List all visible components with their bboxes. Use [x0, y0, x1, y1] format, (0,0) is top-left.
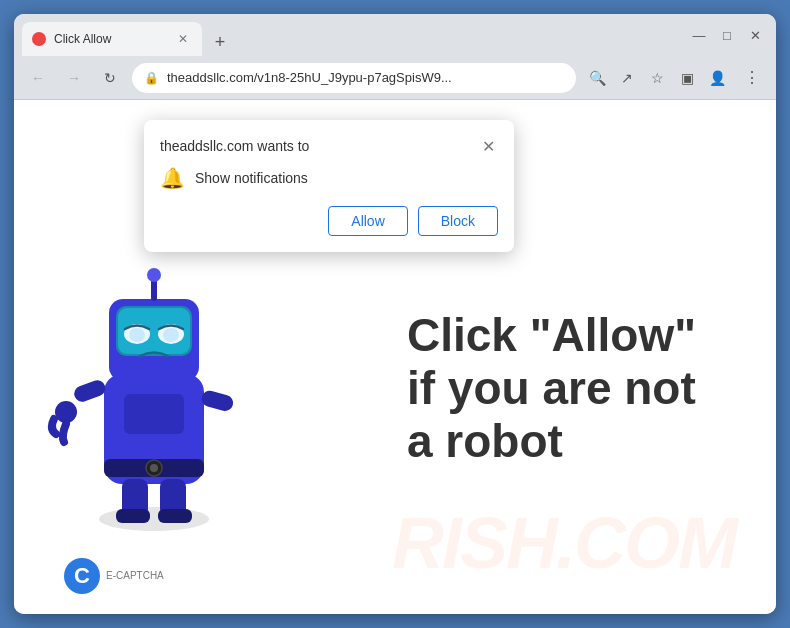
svg-rect-21 [158, 509, 192, 523]
main-text-line3: a robot [407, 415, 696, 468]
popup-notification-label: Show notifications [195, 170, 308, 186]
ecaptcha-logo: C [64, 558, 100, 594]
svg-point-4 [150, 464, 158, 472]
minimize-button[interactable]: — [686, 22, 712, 48]
block-button[interactable]: Block [418, 206, 498, 236]
lock-icon: 🔒 [144, 71, 159, 85]
popup-header: theaddsllc.com wants to ✕ [160, 136, 498, 156]
url-text: theaddsllc.com/v1n8-25hU_J9ypu-p7agSpisW… [167, 70, 564, 85]
svg-point-0 [99, 507, 209, 531]
forward-button[interactable]: → [60, 64, 88, 92]
address-input[interactable]: 🔒 theaddsllc.com/v1n8-25hU_J9ypu-p7agSpi… [132, 63, 576, 93]
main-text-line1: Click "Allow" [407, 309, 696, 362]
title-bar: Click Allow ✕ + — □ ✕ [14, 14, 776, 56]
close-window-button[interactable]: ✕ [742, 22, 768, 48]
svg-rect-17 [200, 389, 235, 413]
ecaptcha-branding: C E-CAPTCHA [64, 558, 164, 594]
main-text-line2: if you are not [407, 362, 696, 415]
window-controls: — □ ✕ [686, 22, 768, 48]
svg-rect-5 [124, 394, 184, 434]
tab-favicon [32, 32, 46, 46]
back-button[interactable]: ← [24, 64, 52, 92]
share-icon[interactable]: ↗ [614, 65, 640, 91]
svg-point-11 [129, 328, 145, 342]
allow-button[interactable]: Allow [328, 206, 407, 236]
maximize-button[interactable]: □ [714, 22, 740, 48]
svg-rect-15 [72, 378, 108, 404]
profile-icon[interactable]: 👤 [704, 65, 730, 91]
browser-window: Click Allow ✕ + — □ ✕ ← → ↻ 🔒 theaddsllc… [14, 14, 776, 614]
new-tab-button[interactable]: + [206, 28, 234, 56]
tab-strip: Click Allow ✕ + [22, 14, 680, 56]
svg-rect-13 [151, 279, 157, 301]
tab-title: Click Allow [54, 32, 166, 46]
bookmark-icon[interactable]: ☆ [644, 65, 670, 91]
svg-point-16 [55, 401, 77, 423]
active-tab[interactable]: Click Allow ✕ [22, 22, 202, 56]
popup-close-button[interactable]: ✕ [478, 136, 498, 156]
svg-point-14 [147, 268, 161, 282]
menu-button[interactable]: ⋮ [738, 64, 766, 92]
refresh-button[interactable]: ↻ [96, 64, 124, 92]
address-actions: 🔍 ↗ ☆ ▣ 👤 [584, 65, 730, 91]
svg-rect-20 [116, 509, 150, 523]
main-text: Click "Allow" if you are not a robot [407, 309, 696, 468]
ecaptcha-label: E-CAPTCHA [106, 570, 164, 582]
popup-notification-row: 🔔 Show notifications [160, 166, 498, 190]
popup-title: theaddsllc.com wants to [160, 138, 309, 154]
address-bar: ← → ↻ 🔒 theaddsllc.com/v1n8-25hU_J9ypu-p… [14, 56, 776, 100]
notification-popup: theaddsllc.com wants to ✕ 🔔 Show notific… [144, 120, 514, 252]
tab-close-button[interactable]: ✕ [174, 30, 192, 48]
search-icon[interactable]: 🔍 [584, 65, 610, 91]
bell-icon: 🔔 [160, 166, 185, 190]
page-content: RISH.COM [14, 100, 776, 614]
svg-point-12 [163, 328, 179, 342]
split-screen-icon[interactable]: ▣ [674, 65, 700, 91]
popup-buttons: Allow Block [160, 206, 498, 236]
watermark: RISH.COM [392, 502, 736, 584]
